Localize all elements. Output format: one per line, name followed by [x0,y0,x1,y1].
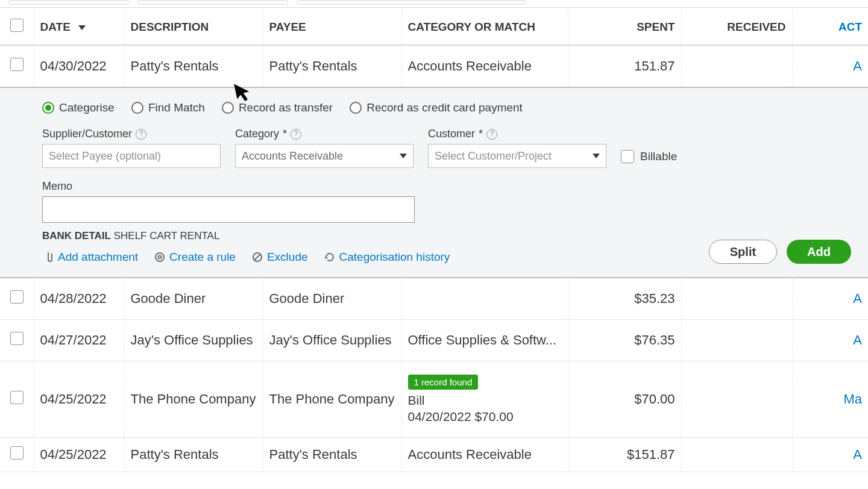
cell-received [681,320,792,361]
radio-record-transfer[interactable]: Record as transfer [222,101,333,114]
sort-desc-icon [78,25,86,30]
cell-received [681,437,792,472]
help-icon[interactable]: ? [291,129,301,140]
cell-spent: 151.87 [568,45,681,87]
row-checkbox[interactable] [10,332,24,345]
chevron-down-icon [593,154,600,158]
table-row[interactable]: 04/25/2022 The Phone Company The Phone C… [0,361,868,438]
col-category-header[interactable]: CATEGORY OR MATCH [401,8,568,46]
cell-spent: $76.35 [568,320,681,361]
radio-categorise[interactable]: Categorise [42,101,115,114]
cell-payee: Patty's Rentals [263,45,401,87]
row-action-link[interactable]: Ma [792,361,868,438]
row-action-link[interactable]: A [792,437,868,472]
cell-received [681,45,792,87]
col-date-label: DATE [40,20,71,33]
filter-box[interactable] [137,0,288,5]
select-all-checkbox[interactable] [10,19,24,32]
add-button[interactable]: Add [787,240,851,264]
split-button[interactable]: Split [709,240,777,264]
create-rule-link[interactable]: Create a rule [154,251,236,264]
cell-date: 04/25/2022 [34,361,124,438]
category-select[interactable]: Accounts Receivable [235,144,414,168]
help-icon[interactable]: ? [136,129,146,140]
cell-spent: $151.87 [568,437,681,472]
row-checkbox[interactable] [10,446,24,459]
exclude-icon [251,251,263,263]
cell-description: Jay's Office Supplies [124,320,263,361]
col-spent-header[interactable]: SPENT [568,8,681,46]
cell-spent: $70.00 [568,361,681,438]
cell-received [681,361,792,438]
table-row[interactable]: 04/25/2022 Patty's Rentals Patty's Renta… [0,437,868,472]
transactions-table: DATE DESCRIPTION PAYEE CATEGORY OR MATCH… [0,7,868,472]
svg-point-0 [156,253,164,261]
radio-find-match[interactable]: Find Match [131,101,205,114]
col-date-header[interactable]: DATE [34,8,124,46]
history-link[interactable]: Categorisation history [324,251,450,264]
categorise-panel: Categorise Find Match Record as transfer [0,88,868,277]
cell-category: Office Supplies & Softw... [401,320,568,361]
cell-received [681,278,792,320]
filter-box[interactable] [297,0,526,5]
gear-icon [154,251,166,263]
col-payee-header[interactable]: PAYEE [263,8,401,46]
billable-checkbox[interactable]: Billable [621,150,677,168]
cell-payee: Goode Diner [263,278,401,320]
filter-bar [0,0,868,7]
radio-icon [131,102,143,114]
match-badge: 1 record found [408,375,479,390]
svg-point-1 [159,256,162,259]
cell-category-match: 1 record found Bill 04/20/2022 $70.00 [401,361,568,438]
supplier-input[interactable]: Select Payee (optional) [42,144,221,168]
cell-description: Patty's Rentals [124,45,263,87]
supplier-label: Supplier/Customer ? [42,128,221,140]
row-checkbox[interactable] [10,391,24,404]
row-checkbox[interactable] [10,58,24,71]
cell-payee: Patty's Rentals [263,437,401,472]
cell-date: 04/25/2022 [34,437,124,472]
row-action-link[interactable]: A [792,320,868,361]
col-received-header[interactable]: RECEIVED [681,8,792,46]
cell-spent: $35.23 [568,278,681,320]
col-description-header[interactable]: DESCRIPTION [124,8,263,46]
row-action-link[interactable]: A [792,45,868,87]
add-attachment-link[interactable]: Add attachment [42,251,138,264]
cell-category: Accounts Receivable [401,45,568,87]
match-line1: Bill [408,392,562,408]
radio-icon [42,102,54,114]
customer-select[interactable]: Select Customer/Project [428,144,606,168]
help-icon[interactable]: ? [486,129,497,140]
category-label: Category* ? [235,128,414,140]
cell-date: 04/30/2022 [34,45,124,87]
chevron-down-icon [400,154,407,158]
table-row[interactable]: 04/30/2022 Patty's Rentals Patty's Renta… [0,45,868,87]
memo-input[interactable] [42,196,415,223]
cell-category: Accounts Receivable [401,437,568,472]
col-action-header: ACT [792,8,868,46]
row-checkbox[interactable] [10,290,24,304]
expanded-panel-row: Categorise Find Match Record as transfer [0,87,868,278]
col-check-header[interactable] [0,8,34,46]
row-action-link[interactable]: A [792,278,868,320]
customer-label: Customer* ? [428,128,606,140]
radio-record-cc[interactable]: Record as credit card payment [350,101,523,114]
table-row[interactable]: 04/28/2022 Goode Diner Goode Diner $35.2… [0,278,868,320]
cell-description: Patty's Rentals [124,437,263,472]
cell-date: 04/27/2022 [34,320,124,361]
cell-payee: Jay's Office Supplies [263,320,401,361]
cell-category [401,278,568,320]
checkbox-icon [621,150,634,163]
mode-radio-group: Categorise Find Match Record as transfer [42,101,851,114]
paperclip-icon [42,251,54,263]
cell-description: The Phone Company [124,361,263,438]
filter-box[interactable] [8,0,129,5]
cell-description: Goode Diner [124,278,263,320]
radio-icon [350,102,362,114]
table-row[interactable]: 04/27/2022 Jay's Office Supplies Jay's O… [0,320,868,361]
svg-line-3 [254,254,260,260]
radio-icon [222,102,234,114]
cell-payee: The Phone Company [263,361,401,438]
cell-date: 04/28/2022 [34,278,124,320]
exclude-link[interactable]: Exclude [251,251,308,264]
